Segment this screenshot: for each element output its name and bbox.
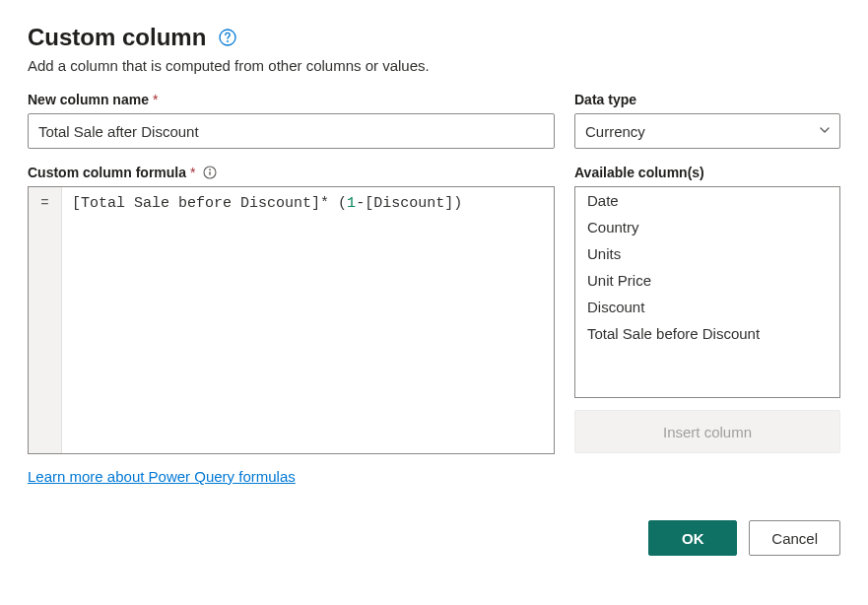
required-asterisk: * bbox=[190, 165, 195, 180]
list-item[interactable]: Discount bbox=[575, 294, 839, 320]
list-item[interactable]: Total Sale before Discount bbox=[575, 320, 839, 347]
available-columns-list: Date Country Units Unit Price Discount T… bbox=[574, 186, 840, 398]
formula-editor-container: = [Total Sale before Discount]* (1-[Disc… bbox=[28, 186, 555, 454]
dialog-title: Custom column bbox=[28, 24, 206, 51]
list-item[interactable]: Date bbox=[575, 187, 839, 214]
list-item[interactable]: Unit Price bbox=[575, 267, 839, 294]
dialog-subtitle: Add a column that is computed from other… bbox=[28, 57, 840, 74]
list-item[interactable]: Units bbox=[575, 240, 839, 267]
ok-button[interactable]: OK bbox=[648, 520, 737, 556]
svg-rect-4 bbox=[210, 171, 211, 175]
formula-label: Custom column formula * bbox=[28, 165, 555, 180]
learn-more-link[interactable]: Learn more about Power Query formulas bbox=[28, 468, 296, 485]
available-columns-label: Available column(s) bbox=[574, 165, 840, 180]
formula-editor[interactable]: [Total Sale before Discount]* (1-[Discou… bbox=[62, 187, 554, 453]
new-column-name-input[interactable] bbox=[28, 113, 555, 149]
list-item[interactable]: Country bbox=[575, 214, 839, 240]
svg-point-3 bbox=[210, 168, 212, 170]
new-column-name-label: New column name * bbox=[28, 92, 555, 107]
svg-point-1 bbox=[227, 40, 229, 42]
insert-column-button: Insert column bbox=[574, 410, 840, 453]
required-asterisk: * bbox=[153, 92, 158, 107]
data-type-select[interactable]: Currency bbox=[574, 113, 840, 149]
formula-gutter: = bbox=[29, 187, 62, 453]
info-icon[interactable] bbox=[203, 166, 217, 179]
help-icon[interactable] bbox=[218, 28, 237, 47]
cancel-button[interactable]: Cancel bbox=[749, 520, 840, 556]
data-type-label: Data type bbox=[574, 92, 840, 107]
